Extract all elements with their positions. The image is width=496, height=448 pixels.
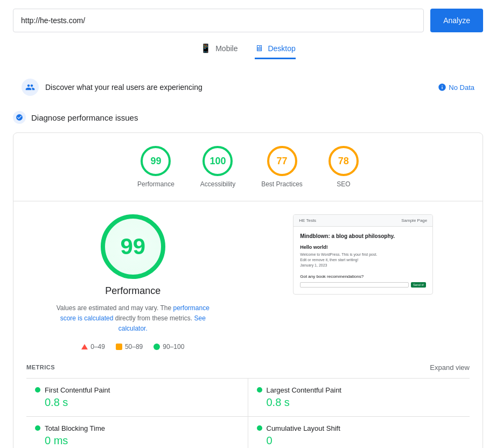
metric-value-fcp: 0.8 s xyxy=(35,396,239,409)
metric-dot-fcp xyxy=(35,387,40,393)
perf-description: Values are estimated and may vary. The p… xyxy=(52,303,214,334)
metric-dot-tbt xyxy=(35,425,40,431)
metric-name-lcp: Largest Contentful Paint xyxy=(267,386,341,394)
preview-question: Got any book recommendations? xyxy=(300,274,426,279)
score-performance: 99 Performance xyxy=(137,146,174,188)
info-icon xyxy=(438,83,446,92)
right-panel: HE Tests Sample Page Mindblown: a blog a… xyxy=(257,214,470,351)
tab-desktop-label: Desktop xyxy=(268,44,295,53)
no-data-label: No Data xyxy=(449,83,474,92)
metrics-header: METRICS Expand view xyxy=(26,363,470,372)
metrics-title: METRICS xyxy=(26,364,55,370)
preview-screenshot: HE Tests Sample Page Mindblown: a blog a… xyxy=(293,214,433,295)
analyze-button[interactable]: Analyze xyxy=(430,9,483,32)
metrics-grid: First Contentful Paint 0.8 s Largest Con… xyxy=(26,378,470,448)
diagnose-header: Diagnose performance issues xyxy=(13,111,483,124)
left-panel: 99 Performance Values are estimated and … xyxy=(26,214,240,351)
legend-green: 90–100 xyxy=(153,343,184,351)
large-score-circle: 99 xyxy=(101,214,165,279)
metric-name-tbt: Total Blocking Time xyxy=(45,424,105,432)
metric-name-fcp: First Contentful Paint xyxy=(45,386,110,394)
preview-title: Mindblown: a blog about philosophy. xyxy=(300,233,426,239)
desktop-icon: 🖥 xyxy=(255,44,263,53)
diagnose-title: Diagnose performance issues xyxy=(31,113,138,122)
score-seo: 78 SEO xyxy=(329,146,359,188)
scores-card: 99 Performance 100 Accessibility 77 Best… xyxy=(13,132,483,448)
info-banner: Discover what your real users are experi… xyxy=(13,72,483,102)
divider xyxy=(13,201,483,201)
diagnose-icon xyxy=(13,111,26,124)
legend-red: 0–49 xyxy=(81,343,105,351)
metric-dot-lcp xyxy=(257,387,262,393)
preview-header: HE Tests Sample Page xyxy=(294,215,432,227)
preview-submit-btn: Send it! xyxy=(411,282,426,288)
page-container: Analyze 📱 Mobile 🖥 Desktop Discover what… xyxy=(0,0,496,448)
legend-square-icon xyxy=(116,344,122,350)
perf-title: Performance xyxy=(105,285,160,297)
mobile-icon: 📱 xyxy=(200,43,211,53)
expand-view-button[interactable]: Expand view xyxy=(430,363,470,372)
score-label-performance: Performance xyxy=(137,180,174,188)
scores-row: 99 Performance 100 Accessibility 77 Best… xyxy=(26,146,470,188)
score-accessibility: 100 Accessibility xyxy=(200,146,235,188)
score-label-seo: SEO xyxy=(337,180,350,188)
metrics-section: METRICS Expand view First Contentful Pai… xyxy=(26,363,470,448)
main-content: 99 Performance Values are estimated and … xyxy=(26,214,470,351)
tab-mobile-label: Mobile xyxy=(215,44,237,53)
legend-circle-icon xyxy=(153,344,160,350)
metric-value-cls: 0 xyxy=(257,435,462,447)
preview-input-field xyxy=(300,282,409,288)
score-best-practices: 77 Best Practices xyxy=(261,146,303,188)
people-icon xyxy=(22,79,39,96)
tab-desktop[interactable]: 🖥 Desktop xyxy=(255,43,295,59)
tabs-row: 📱 Mobile 🖥 Desktop xyxy=(13,43,483,59)
url-bar-row: Analyze xyxy=(13,9,483,32)
no-data-link[interactable]: No Data xyxy=(438,83,474,92)
score-label-accessibility: Accessibility xyxy=(200,180,235,188)
metric-lcp: Largest Contentful Paint 0.8 s xyxy=(248,379,470,416)
score-circle-accessibility: 100 xyxy=(202,146,233,176)
preview-body: Mindblown: a blog about philosophy. Hell… xyxy=(294,227,432,294)
metrics-row-1: First Contentful Paint 0.8 s Largest Con… xyxy=(26,379,470,417)
metrics-row-2: Total Blocking Time 0 ms Cumulative Layo… xyxy=(26,417,470,448)
metric-tbt: Total Blocking Time 0 ms xyxy=(26,417,248,448)
preview-subtitle: Hello world! xyxy=(300,244,426,250)
info-banner-left: Discover what your real users are experi… xyxy=(22,79,202,96)
metric-dot-cls xyxy=(257,425,262,431)
metric-value-lcp: 0.8 s xyxy=(257,396,462,409)
score-circle-seo: 78 xyxy=(329,146,359,176)
legend-triangle-icon xyxy=(81,344,88,349)
metric-name-cls: Cumulative Layout Shift xyxy=(267,424,340,432)
legend-row: 0–49 50–89 90–100 xyxy=(81,343,184,351)
tab-mobile[interactable]: 📱 Mobile xyxy=(200,43,237,59)
preview-text: Welcome to WordPress. This is your first… xyxy=(300,252,426,268)
metric-cls: Cumulative Layout Shift 0 xyxy=(248,417,470,448)
score-circle-performance: 99 xyxy=(141,146,171,176)
info-banner-text: Discover what your real users are experi… xyxy=(45,83,202,92)
score-circle-best-practices: 77 xyxy=(267,146,297,176)
metric-fcp: First Contentful Paint 0.8 s xyxy=(26,379,248,416)
metric-value-tbt: 0 ms xyxy=(35,435,239,447)
score-label-best-practices: Best Practices xyxy=(261,180,303,188)
preview-input-row: Send it! xyxy=(300,282,426,288)
url-input[interactable] xyxy=(13,9,424,32)
legend-orange: 50–89 xyxy=(116,343,143,351)
